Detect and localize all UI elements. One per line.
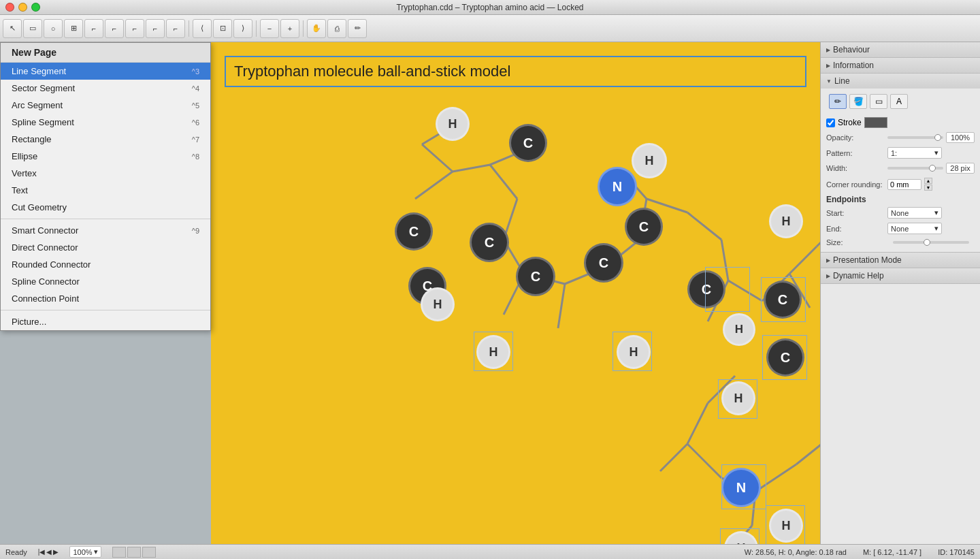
maximize-button[interactable]	[31, 3, 40, 12]
select-tool[interactable]: ↖	[3, 19, 22, 38]
view-mode-buttons	[112, 547, 156, 558]
menu-item-text[interactable]: Text	[1, 182, 210, 199]
line-tool-bucket[interactable]: 🪣	[849, 94, 867, 109]
selection-box-9	[720, 528, 760, 544]
line-tool-pencil[interactable]: ✏	[829, 94, 847, 109]
opacity-value-badge: 100%	[946, 132, 975, 143]
shape-tool-5[interactable]: ⌐	[166, 19, 185, 38]
width-slider[interactable]	[887, 167, 943, 170]
selection-box-6	[718, 379, 757, 419]
ellipse-tool[interactable]: ○	[44, 19, 63, 38]
line-tool-rect[interactable]: ▭	[870, 94, 887, 109]
presentation-mode-row[interactable]: ▶ Presentation Mode	[821, 253, 980, 268]
status-mouse: M: [ 6.12, -11.47 ]	[863, 548, 921, 556]
view-btn-1[interactable]	[112, 547, 126, 558]
line-triangle: ▼	[826, 78, 832, 84]
behaviour-header[interactable]: ▶ Behaviour	[821, 42, 980, 57]
shape-tool-3[interactable]: ⌐	[125, 19, 144, 38]
end-arrow: ▾	[934, 224, 938, 233]
pen-tool[interactable]: ✏	[348, 19, 367, 38]
menu-separator-2	[1, 310, 210, 310]
menu-item-picture[interactable]: Picture...	[1, 313, 210, 330]
pattern-arrow: ▾	[934, 148, 938, 157]
selection-box-7	[721, 464, 766, 509]
menu-item-vertex[interactable]: Vertex	[1, 165, 210, 182]
menu-item-direct-connector[interactable]: Direct Connector	[1, 239, 210, 256]
menu-item-ellipse[interactable]: Ellipse ^8	[1, 148, 210, 165]
window-controls[interactable]	[5, 3, 40, 12]
endpoints-size-row: Size:	[826, 238, 975, 246]
size-slider[interactable]	[893, 241, 969, 244]
minimize-button[interactable]	[18, 3, 27, 12]
view-btn-3[interactable]	[142, 547, 156, 558]
print-tool[interactable]: ⎙	[327, 19, 346, 38]
view-btn-2[interactable]	[127, 547, 141, 558]
window-title: Tryptophan.cdd – Tryptophan amino acid —…	[396, 3, 583, 12]
zoom-arrow: ▾	[94, 547, 98, 556]
selection-box-2	[761, 277, 806, 322]
menu-item-rounded-connector[interactable]: Rounded Connector	[1, 256, 210, 273]
pattern-label: Pattern:	[826, 149, 887, 157]
opacity-label: Opacity:	[826, 133, 887, 142]
corner-rounding-stepper[interactable]: ▲ ▼	[924, 178, 932, 191]
width-row: Width: 28 pix	[826, 163, 975, 174]
menu-separator-1	[1, 219, 210, 219]
close-button[interactable]	[5, 3, 14, 12]
toolbar-separator-2	[256, 20, 257, 37]
dynamic-help-label: Dynamic Help	[833, 271, 884, 281]
table-tool[interactable]: ⊞	[64, 19, 83, 38]
opacity-slider[interactable]	[887, 136, 943, 139]
menu-item-connection-point[interactable]: Connection Point	[1, 290, 210, 307]
rect-tool[interactable]: ▭	[23, 19, 42, 38]
endpoints-end-select[interactable]: None ▾	[887, 223, 942, 234]
shape-tool-2[interactable]: ⌐	[105, 19, 124, 38]
pattern-select[interactable]: 1: ▾	[887, 147, 942, 159]
information-section: ▶ Information	[821, 58, 980, 74]
nav-back[interactable]: ⟨	[193, 19, 212, 38]
atom-C-2: C	[395, 212, 433, 251]
nav-pages[interactable]: ⊡	[213, 19, 232, 38]
svg-line-24	[687, 403, 708, 444]
svg-line-21	[817, 219, 820, 246]
dynamic-help-row[interactable]: ▶ Dynamic Help	[821, 268, 980, 284]
zoom-control[interactable]: 100% ▾	[69, 546, 101, 558]
menu-item-spline-segment[interactable]: Spline Segment ^6	[1, 114, 210, 131]
atom-H-1: H	[436, 107, 470, 141]
path-tool[interactable]: ⌐	[84, 19, 103, 38]
menu-item-smart-connector[interactable]: Smart Connector ^9	[1, 222, 210, 239]
endpoints-label: Endpoints	[826, 195, 975, 204]
main-layout: New Page Line Segment ^3 Sector Segment …	[0, 42, 980, 544]
menu-item-cut-geometry[interactable]: Cut Geometry	[1, 199, 210, 216]
canvas-document[interactable]: Tryptophan molecule ball-and-stick model	[211, 42, 820, 544]
stroke-color-swatch[interactable]	[864, 117, 887, 128]
atom-C-5: C	[516, 257, 555, 296]
line-label: Line	[834, 76, 850, 86]
main-toolbar: ↖ ▭ ○ ⊞ ⌐ ⌐ ⌐ ⌐ ⌐ ⟨ ⊡ ⟩ − + ✋ ⎙ ✏	[0, 15, 980, 42]
menu-item-arc-segment[interactable]: Arc Segment ^5	[1, 97, 210, 114]
information-header[interactable]: ▶ Information	[821, 58, 980, 73]
stroke-checkbox[interactable]	[826, 118, 835, 127]
atom-C-1: C	[509, 124, 547, 162]
status-text: Ready	[5, 548, 27, 556]
page-prev[interactable]: ◀	[46, 548, 52, 556]
shape-tool-4[interactable]: ⌐	[146, 19, 165, 38]
page-next[interactable]: ▶	[53, 548, 59, 556]
status-coordinates: W: 28.56, H: 0, Angle: 0.18 rad M: [ 6.1…	[745, 548, 975, 556]
zoom-out-btn[interactable]: −	[260, 19, 279, 38]
nav-forward[interactable]: ⟩	[233, 19, 252, 38]
corner-rounding-input[interactable]	[887, 179, 921, 190]
line-tool-text[interactable]: A	[890, 94, 908, 109]
line-tool-buttons: ✏ 🪣 ▭ A	[826, 91, 975, 112]
line-header[interactable]: ▼ Line	[821, 74, 980, 89]
menu-item-new-page[interactable]: New Page	[1, 43, 210, 63]
menu-item-rectangle[interactable]: Rectangle ^7	[1, 131, 210, 148]
endpoints-end-row: End: None ▾	[826, 223, 975, 234]
menu-item-line-segment[interactable]: Line Segment ^3	[1, 63, 210, 80]
menu-item-spline-connector[interactable]: Spline Connector	[1, 273, 210, 290]
pan-tool[interactable]: ✋	[307, 19, 326, 38]
corner-rounding-label: Corner rounding:	[826, 180, 887, 189]
zoom-in-btn[interactable]: +	[280, 19, 299, 38]
page-first[interactable]: |◀	[38, 548, 46, 556]
endpoints-start-select[interactable]: None ▾	[887, 207, 942, 219]
menu-item-sector-segment[interactable]: Sector Segment ^4	[1, 80, 210, 97]
